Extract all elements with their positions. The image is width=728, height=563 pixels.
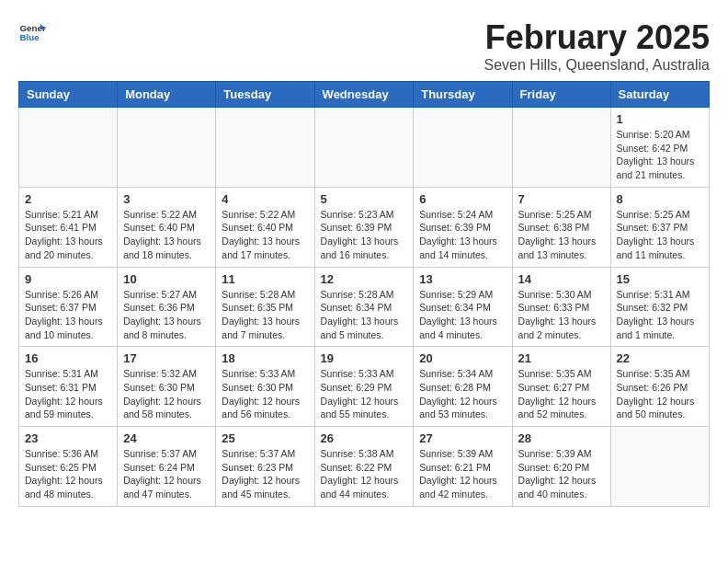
day-info: Sunrise: 5:22 AM Sunset: 6:40 PM Dayligh… — [222, 208, 308, 262]
day-info: Sunrise: 5:31 AM Sunset: 6:32 PM Dayligh… — [617, 288, 703, 342]
day-info: Sunrise: 5:35 AM Sunset: 6:27 PM Dayligh… — [518, 367, 605, 421]
day-number: 5 — [321, 192, 408, 206]
table-row: 26Sunrise: 5:38 AM Sunset: 6:22 PM Dayli… — [314, 427, 414, 507]
day-number: 7 — [518, 192, 605, 206]
table-row: 2Sunrise: 5:21 AM Sunset: 6:41 PM Daylig… — [19, 187, 118, 267]
day-number: 28 — [518, 431, 605, 445]
table-row: 14Sunrise: 5:30 AM Sunset: 6:33 PM Dayli… — [512, 267, 610, 347]
logo: General Blue — [18, 18, 46, 46]
table-row — [610, 427, 709, 507]
day-info: Sunrise: 5:25 AM Sunset: 6:38 PM Dayligh… — [518, 208, 605, 262]
header-thursday: Thursday — [414, 82, 512, 108]
day-number: 11 — [222, 272, 308, 286]
day-info: Sunrise: 5:23 AM Sunset: 6:39 PM Dayligh… — [321, 208, 408, 262]
day-info: Sunrise: 5:33 AM Sunset: 6:29 PM Dayligh… — [321, 367, 408, 421]
table-row — [314, 108, 414, 188]
table-row: 1Sunrise: 5:20 AM Sunset: 6:42 PM Daylig… — [610, 108, 709, 188]
table-row — [512, 108, 610, 188]
table-row: 5Sunrise: 5:23 AM Sunset: 6:39 PM Daylig… — [314, 187, 414, 267]
logo-icon: General Blue — [18, 18, 46, 46]
table-row: 21Sunrise: 5:35 AM Sunset: 6:27 PM Dayli… — [512, 347, 610, 427]
day-number: 24 — [123, 431, 210, 445]
day-number: 10 — [123, 272, 210, 286]
table-row: 25Sunrise: 5:37 AM Sunset: 6:23 PM Dayli… — [216, 427, 314, 507]
header: General Blue February 2025 Seven Hills, … — [18, 18, 710, 74]
table-row: 7Sunrise: 5:25 AM Sunset: 6:38 PM Daylig… — [512, 187, 610, 267]
day-number: 21 — [518, 351, 605, 365]
day-number: 4 — [222, 192, 308, 206]
table-row: 24Sunrise: 5:37 AM Sunset: 6:24 PM Dayli… — [118, 427, 216, 507]
day-number: 1 — [617, 112, 703, 126]
day-number: 2 — [25, 192, 111, 206]
table-row: 6Sunrise: 5:24 AM Sunset: 6:39 PM Daylig… — [414, 187, 512, 267]
table-row: 9Sunrise: 5:26 AM Sunset: 6:37 PM Daylig… — [19, 267, 118, 347]
day-info: Sunrise: 5:37 AM Sunset: 6:23 PM Dayligh… — [222, 447, 308, 501]
table-row: 12Sunrise: 5:28 AM Sunset: 6:34 PM Dayli… — [314, 267, 414, 347]
day-number: 20 — [419, 351, 506, 365]
table-row — [414, 108, 512, 188]
day-info: Sunrise: 5:33 AM Sunset: 6:30 PM Dayligh… — [222, 367, 308, 421]
day-number: 17 — [123, 351, 210, 365]
day-number: 14 — [518, 272, 605, 286]
calendar-table: Sunday Monday Tuesday Wednesday Thursday… — [18, 81, 710, 507]
day-number: 18 — [222, 351, 308, 365]
day-info: Sunrise: 5:24 AM Sunset: 6:39 PM Dayligh… — [419, 208, 506, 262]
day-info: Sunrise: 5:28 AM Sunset: 6:34 PM Dayligh… — [321, 288, 408, 342]
table-row: 28Sunrise: 5:39 AM Sunset: 6:20 PM Dayli… — [512, 427, 610, 507]
day-info: Sunrise: 5:22 AM Sunset: 6:40 PM Dayligh… — [123, 208, 210, 262]
day-number: 19 — [321, 351, 408, 365]
day-number: 9 — [25, 272, 111, 286]
table-row: 3Sunrise: 5:22 AM Sunset: 6:40 PM Daylig… — [118, 187, 216, 267]
day-number: 22 — [617, 351, 703, 365]
day-number: 16 — [25, 351, 111, 365]
table-row: 20Sunrise: 5:34 AM Sunset: 6:28 PM Dayli… — [414, 347, 512, 427]
table-row: 16Sunrise: 5:31 AM Sunset: 6:31 PM Dayli… — [19, 347, 118, 427]
table-row: 13Sunrise: 5:29 AM Sunset: 6:34 PM Dayli… — [414, 267, 512, 347]
day-info: Sunrise: 5:35 AM Sunset: 6:26 PM Dayligh… — [617, 367, 703, 421]
day-info: Sunrise: 5:21 AM Sunset: 6:41 PM Dayligh… — [25, 208, 111, 262]
day-info: Sunrise: 5:39 AM Sunset: 6:20 PM Dayligh… — [518, 447, 605, 501]
day-number: 13 — [419, 272, 506, 286]
day-info: Sunrise: 5:20 AM Sunset: 6:42 PM Dayligh… — [617, 128, 703, 182]
day-info: Sunrise: 5:30 AM Sunset: 6:33 PM Dayligh… — [518, 288, 605, 342]
day-info: Sunrise: 5:36 AM Sunset: 6:25 PM Dayligh… — [25, 447, 111, 501]
day-number: 15 — [617, 272, 703, 286]
day-number: 27 — [419, 431, 506, 445]
day-info: Sunrise: 5:31 AM Sunset: 6:31 PM Dayligh… — [25, 367, 111, 421]
table-row: 19Sunrise: 5:33 AM Sunset: 6:29 PM Dayli… — [314, 347, 414, 427]
day-number: 25 — [222, 431, 308, 445]
table-row: 15Sunrise: 5:31 AM Sunset: 6:32 PM Dayli… — [610, 267, 709, 347]
table-row: 11Sunrise: 5:28 AM Sunset: 6:35 PM Dayli… — [216, 267, 314, 347]
table-row — [216, 108, 314, 188]
day-info: Sunrise: 5:34 AM Sunset: 6:28 PM Dayligh… — [419, 367, 506, 421]
calendar-header-row: Sunday Monday Tuesday Wednesday Thursday… — [19, 82, 710, 108]
table-row: 27Sunrise: 5:39 AM Sunset: 6:21 PM Dayli… — [414, 427, 512, 507]
table-row — [118, 108, 216, 188]
day-info: Sunrise: 5:26 AM Sunset: 6:37 PM Dayligh… — [25, 288, 111, 342]
day-number: 3 — [123, 192, 210, 206]
header-monday: Monday — [118, 82, 216, 108]
table-row: 22Sunrise: 5:35 AM Sunset: 6:26 PM Dayli… — [610, 347, 709, 427]
svg-text:Blue: Blue — [20, 32, 40, 42]
day-number: 26 — [321, 431, 408, 445]
day-info: Sunrise: 5:28 AM Sunset: 6:35 PM Dayligh… — [222, 288, 308, 342]
day-info: Sunrise: 5:29 AM Sunset: 6:34 PM Dayligh… — [419, 288, 506, 342]
day-info: Sunrise: 5:37 AM Sunset: 6:24 PM Dayligh… — [123, 447, 210, 501]
table-row — [19, 108, 118, 188]
calendar-week-row: 2Sunrise: 5:21 AM Sunset: 6:41 PM Daylig… — [19, 187, 710, 267]
calendar-week-row: 1Sunrise: 5:20 AM Sunset: 6:42 PM Daylig… — [19, 108, 710, 188]
page-subtitle: Seven Hills, Queensland, Australia — [18, 57, 710, 74]
day-number: 6 — [419, 192, 506, 206]
day-number: 8 — [617, 192, 703, 206]
table-row: 4Sunrise: 5:22 AM Sunset: 6:40 PM Daylig… — [216, 187, 314, 267]
calendar-week-row: 9Sunrise: 5:26 AM Sunset: 6:37 PM Daylig… — [19, 267, 710, 347]
header-tuesday: Tuesday — [216, 82, 314, 108]
table-row: 18Sunrise: 5:33 AM Sunset: 6:30 PM Dayli… — [216, 347, 314, 427]
table-row: 10Sunrise: 5:27 AM Sunset: 6:36 PM Dayli… — [118, 267, 216, 347]
day-info: Sunrise: 5:39 AM Sunset: 6:21 PM Dayligh… — [419, 447, 506, 501]
page-title: February 2025 — [18, 18, 710, 57]
header-saturday: Saturday — [610, 82, 709, 108]
header-sunday: Sunday — [19, 82, 118, 108]
calendar-week-row: 23Sunrise: 5:36 AM Sunset: 6:25 PM Dayli… — [19, 427, 710, 507]
day-info: Sunrise: 5:32 AM Sunset: 6:30 PM Dayligh… — [123, 367, 210, 421]
